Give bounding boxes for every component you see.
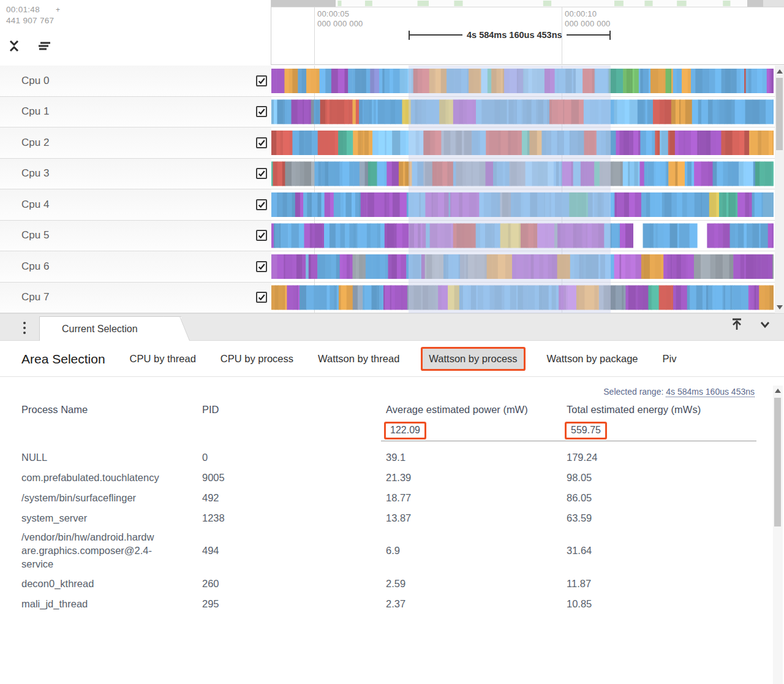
timeline-tracks-region: Cpu 0 Cpu 1 Cpu 2 (0, 66, 784, 313)
track-label-cell[interactable]: Cpu 5 (0, 221, 271, 251)
table-cell: 9005 (202, 468, 386, 487)
col-total-energy: Total estimated energy (mWs) (567, 403, 756, 417)
table-cell: 21.39 (386, 468, 567, 487)
table-cell: system_server (21, 509, 202, 527)
area-selection-overlay[interactable] (409, 66, 611, 313)
collapse-tracks-button[interactable] (6, 38, 22, 54)
table-cell: /vendor/bin/hw/android.hardw are.graphic… (21, 528, 202, 573)
table-cell: 10.85 (567, 595, 756, 613)
details-tab-cpu-by-thread[interactable]: CPU by thread (129, 349, 197, 369)
table-header-row: Process Name PID Average estimated power… (21, 403, 756, 417)
tab-current-selection[interactable]: Current Selection (39, 316, 181, 341)
wattson-process-table: Process Name PID Average estimated power… (21, 403, 756, 614)
table-cell: 18.77 (386, 488, 567, 507)
scrollbar-thumb[interactable] (776, 78, 783, 150)
table-cell: 39.1 (386, 448, 567, 466)
tracks-scrollbar[interactable] (775, 66, 784, 313)
table-cell: 6.9 (386, 541, 567, 560)
selected-range-value[interactable]: 4s 584ms 160us 453ns (666, 387, 755, 397)
scrollbar-thumb[interactable] (774, 398, 781, 526)
panel-menu-button[interactable] (17, 317, 32, 338)
track-label: Cpu 1 (21, 105, 49, 118)
scroll-up-arrow[interactable] (775, 389, 781, 393)
checkmark-icon (257, 139, 266, 147)
collapse-panel-button[interactable] (757, 316, 773, 332)
details-panel-tabbar: Current Selection (0, 313, 784, 341)
track-checkbox[interactable] (256, 168, 267, 179)
checkmark-icon (257, 77, 266, 85)
ruler-tick-5s: 00:00:05000 000 000 (317, 9, 363, 29)
track-label-cell[interactable]: Cpu 7 (0, 283, 271, 313)
track-label: Cpu 2 (21, 137, 49, 149)
details-tab-cpu-by-process[interactable]: CPU by process (219, 349, 295, 369)
timeline-minimap[interactable] (271, 0, 784, 7)
track-label-cell[interactable]: Cpu 2 (0, 127, 271, 158)
track-checkbox[interactable] (256, 199, 267, 210)
dots-vertical-icon (23, 322, 26, 324)
col-pid: PID (202, 403, 386, 417)
details-tab-wattson-by-thread[interactable]: Wattson by thread (317, 349, 401, 369)
details-tab-piv[interactable]: Piv (662, 349, 678, 369)
details-tab-wattson-by-package[interactable]: Wattson by package (546, 349, 639, 369)
checkmark-icon (257, 231, 266, 240)
track-checkbox[interactable] (256, 137, 267, 148)
table-cell: 98.05 (567, 468, 756, 487)
total-power-value: 122.09 (386, 424, 424, 438)
track-label-cell[interactable]: Cpu 1 (0, 97, 271, 127)
table-row[interactable]: NULL039.1179.24 (21, 447, 756, 467)
cursor-timestamp: 00:01:48+ 441 907 767 (6, 4, 60, 26)
track-label-cell[interactable]: Cpu 6 (0, 251, 271, 282)
expand-panel-button[interactable] (729, 316, 745, 332)
track-label: Cpu 5 (21, 229, 49, 241)
track-checkbox[interactable] (256, 75, 267, 86)
timeline-header: 00:00:05000 000 000 00:00:10000 000 000 … (0, 0, 784, 65)
checkmark-icon (257, 262, 266, 271)
summary-divider (381, 441, 756, 441)
arrow-up-to-line-icon (729, 316, 745, 332)
track-checkbox[interactable] (256, 292, 267, 303)
table-cell: 0 (202, 448, 386, 466)
scroll-down-arrow[interactable] (777, 305, 783, 310)
track-label-cell[interactable]: Cpu 0 (0, 66, 271, 96)
table-cell: 295 (202, 595, 386, 613)
table-cell: 2.59 (386, 574, 567, 593)
table-cell: 31.64 (567, 541, 756, 560)
col-process-name: Process Name (21, 403, 202, 417)
track-checkbox[interactable] (256, 106, 267, 117)
track-label: Cpu 3 (21, 167, 49, 180)
track-checkbox[interactable] (256, 230, 267, 241)
table-row[interactable]: /vendor/bin/hw/android.hardw are.graphic… (21, 528, 756, 573)
table-row[interactable]: decon0_kthread2602.5911.87 (21, 573, 756, 593)
table-cell: 179.24 (567, 448, 756, 466)
selection-range-bracket: 4s 584ms 160us 453ns (409, 30, 611, 40)
track-checkbox[interactable] (256, 261, 267, 272)
sort-tracks-button[interactable] (36, 38, 51, 54)
table-cell: 2.37 (386, 595, 567, 613)
table-cell: decon0_kthread (21, 574, 202, 593)
track-label-cell[interactable]: Cpu 4 (0, 189, 271, 220)
table-cell: /system/bin/surfaceflinger (21, 488, 202, 507)
scroll-up-arrow[interactable] (777, 69, 783, 74)
table-row[interactable]: system_server123813.8763.59 (21, 507, 756, 528)
table-row[interactable]: com.prefabulated.touchlatency900521.3998… (21, 467, 756, 487)
details-tab-wattson-by-process[interactable]: Wattson by process (423, 349, 523, 369)
chevron-down-icon (758, 317, 772, 332)
table-cell: 492 (202, 488, 386, 507)
track-label: Cpu 4 (21, 199, 49, 211)
table-cell: 1238 (202, 509, 386, 527)
sort-lines-icon (36, 39, 51, 53)
table-cell: mali_jd_thread (21, 595, 202, 613)
table-cell: 13.87 (386, 509, 567, 527)
details-scrollbar[interactable] (773, 386, 783, 684)
table-row[interactable]: mali_jd_thread2952.3710.85 (21, 593, 756, 614)
area-selection-details: Area Selection CPU by threadCPU by proce… (0, 341, 784, 684)
table-cell: 260 (202, 574, 386, 593)
selected-range-row: Selected range: 4s 584ms 160us 453ns (603, 387, 755, 397)
details-title: Area Selection (21, 352, 105, 367)
plus-offset: + (56, 6, 60, 14)
track-label: Cpu 6 (21, 260, 49, 273)
ruler-tick-10s: 00:00:10000 000 000 (565, 9, 611, 29)
col-avg-power: Average estimated power (mW) (386, 403, 530, 417)
track-label-cell[interactable]: Cpu 3 (0, 159, 271, 189)
table-row[interactable]: /system/bin/surfaceflinger49218.7786.05 (21, 487, 756, 507)
